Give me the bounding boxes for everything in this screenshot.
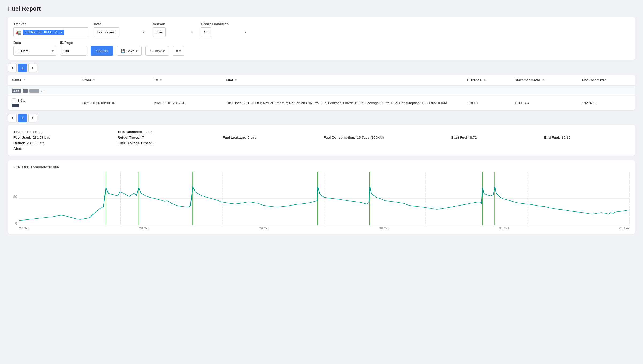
date-label: Date (94, 22, 147, 26)
menu-chevron-icon: ▾ (179, 49, 181, 53)
summary-refuel-times: Refuel Times: 7 (118, 135, 215, 139)
group-condition-group: Group Condition No (201, 22, 249, 37)
x-label-28oct: 28 Oct (139, 226, 148, 230)
data-end-odometer-cell: 192943.5 (578, 96, 635, 110)
next-page-button-bottom[interactable]: > (28, 114, 37, 122)
summary-refuel: Refuel: 288.96 Ltrs (13, 141, 110, 145)
summary-total: Total: 1 Record(s) (13, 130, 110, 134)
summary-start-fuel: Start Fuel: 8.72 (451, 135, 536, 139)
pagination-bottom: < 1 > (8, 114, 635, 122)
save-button[interactable]: 💾 Save ▾ (117, 46, 142, 56)
group-condition-label: Group Condition (201, 22, 249, 26)
data-table: Name ⇅ From ⇅ To ⇅ Fuel ⇅ (8, 75, 635, 110)
col-distance: Distance ⇅ (463, 75, 511, 86)
table-section: Name ⇅ From ⇅ To ⇅ Fuel ⇅ (8, 75, 635, 110)
col-to: To ⇅ (150, 75, 222, 86)
truck-icon: 🚛 (16, 30, 21, 35)
sort-fuel-icon[interactable]: ⇅ (235, 79, 237, 82)
data-start-odometer-cell: 191154.4 (511, 96, 578, 110)
summary-fuel-consumption: Fuel Consumption: 15.7Ltrs (100KM) (324, 135, 443, 139)
x-label-01nov: 01 Nov (619, 226, 630, 230)
sort-from-icon[interactable]: ⇅ (93, 79, 95, 82)
col-name: Name ⇅ (8, 75, 78, 86)
page-title: Fuel Report (8, 5, 635, 12)
y-label-50: 50 (13, 195, 17, 199)
data-to-cell: 2021-11-01 23:59:40 (150, 96, 222, 110)
date-select[interactable]: Last 7 days Last 30 days Custom (94, 27, 119, 37)
col-fuel: Fuel ⇅ (222, 75, 463, 86)
data-distance-cell: 1789.3 (463, 96, 511, 110)
table-row: 3-9... 2021-10-26 00:00:04 2021-11-01 23… (8, 96, 635, 110)
sensor-select[interactable]: Fuel (153, 27, 166, 37)
summary-alert: Alert: (13, 147, 110, 151)
table-row-group: 3-93 ... (8, 86, 635, 96)
date-group: Date Last 7 days Last 30 days Custom (94, 22, 147, 37)
summary-end-fuel: End Fuel: 16.15 (544, 135, 630, 139)
sensor-group: Sensor Fuel (153, 22, 196, 37)
tracker-label: Tracker (13, 22, 88, 26)
sensor-label: Sensor (153, 22, 196, 26)
id-group: ID/Page (60, 41, 87, 56)
summary-total-distance: Total Distance: 1789.3 (118, 130, 215, 134)
data-fuel-cell: Fuel Used: 281.53 Ltrs; Refuel Times: 7;… (222, 96, 463, 110)
menu-icon: ≡ (176, 49, 178, 53)
group-dots: ... (41, 89, 43, 93)
current-page-button[interactable]: 1 (18, 64, 27, 72)
data-wrap: All Data (13, 46, 56, 56)
data-select[interactable]: All Data (13, 46, 56, 56)
search-button[interactable]: Search (91, 46, 113, 56)
prev-page-button[interactable]: < (8, 64, 17, 72)
group-icon2 (29, 89, 39, 93)
filter-section: Tracker 🚛 3-9366...(VEHICLE...2... × Dat… (8, 17, 635, 60)
row-checkbox[interactable] (12, 98, 16, 103)
data-from-cell: 2021-10-26 00:00:04 (78, 96, 150, 110)
id-input[interactable] (60, 46, 87, 56)
sort-distance-icon[interactable]: ⇅ (484, 79, 486, 82)
col-end-odometer: End Odometer (578, 75, 635, 86)
save-chevron-icon: ▾ (136, 49, 138, 53)
tracker-input[interactable]: 🚛 3-9366...(VEHICLE...2... × (13, 27, 88, 37)
id-label: ID/Page (60, 41, 87, 45)
sensor-wrap: Fuel (153, 27, 196, 37)
summary-section: Total: 1 Record(s) Total Distance: 1789.… (8, 125, 635, 156)
sort-name-icon[interactable]: ⇅ (23, 79, 26, 82)
tracker-tag[interactable]: 3-9366...(VEHICLE...2... × (23, 30, 64, 35)
group-name-cell: 3-93 ... (8, 86, 78, 96)
date-wrap: Last 7 days Last 30 days Custom (94, 27, 147, 37)
task-chevron-icon: ▾ (163, 49, 165, 53)
sort-start-odo-icon[interactable]: ⇅ (542, 79, 545, 82)
task-icon: ⏱ (149, 49, 153, 53)
group-select[interactable]: No (201, 27, 211, 37)
y-label-0: 0 (15, 222, 17, 225)
row-icon1 (12, 104, 19, 107)
next-page-button[interactable]: > (28, 64, 37, 72)
x-label-31oct: 31 Oct (499, 226, 509, 230)
chart-section: Fuel(Ltrs) Threshold:10.886 50 0 (8, 160, 635, 234)
chart-title: Fuel(Ltrs) Threshold:10.886 (13, 165, 630, 169)
current-page-button-bottom[interactable]: 1 (18, 114, 27, 122)
save-icon: 💾 (121, 49, 125, 53)
tag-close-icon[interactable]: × (60, 30, 62, 34)
group-wrap: No (201, 27, 249, 37)
data-group: Data All Data (13, 41, 56, 56)
group-icon1 (23, 89, 28, 93)
x-label-30oct: 30 Oct (379, 226, 389, 230)
x-label-29oct: 29 Oct (259, 226, 269, 230)
fuel-chart (19, 172, 630, 225)
data-name-cell: 3-9... (8, 96, 78, 110)
pagination-top: < 1 > (8, 64, 635, 72)
sort-to-icon[interactable]: ⇅ (160, 79, 162, 82)
summary-fuel-used: Fuel Used: 281.53 Ltrs (13, 135, 110, 139)
data-label: Data (13, 41, 56, 45)
task-button[interactable]: ⏱ Task ▾ (145, 46, 169, 56)
tracker-group: Tracker 🚛 3-9366...(VEHICLE...2... × (13, 22, 88, 37)
col-start-odometer: Start Odometer ⇅ (511, 75, 578, 86)
summary-fuel-leakage-times: Fuel Leakage Times: 0 (118, 141, 215, 145)
x-label-27oct: 27 Oct (19, 226, 28, 230)
summary-fuel-leakage: Fuel Leakage: 0 Ltrs (223, 135, 316, 139)
menu-button[interactable]: ≡ ▾ (173, 46, 185, 56)
prev-page-button-bottom[interactable]: < (8, 114, 17, 122)
row-name: 3-9... (18, 99, 25, 103)
group-name-text: 3-93 (12, 89, 21, 93)
col-from: From ⇅ (78, 75, 150, 86)
